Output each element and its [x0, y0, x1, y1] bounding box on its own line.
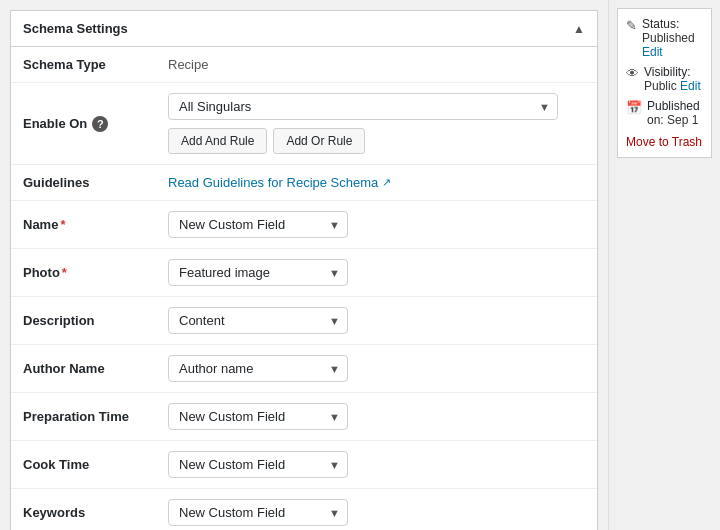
prep-time-select-wrapper: New Custom Field Custom Field Author nam…	[168, 403, 348, 430]
published-on-value: Sep 1	[667, 113, 698, 127]
add-or-rule-button[interactable]: Add Or Rule	[273, 128, 365, 154]
status-edit-link[interactable]: Edit	[642, 45, 663, 59]
help-icon[interactable]: ?	[92, 116, 108, 132]
description-row: Description Content New Custom Field Cus…	[11, 297, 597, 345]
calendar-icon: 📅	[626, 100, 642, 115]
name-select[interactable]: New Custom Field Custom Field Author nam…	[168, 211, 348, 238]
photo-select-wrapper: Featured image New Custom Field Custom F…	[168, 259, 348, 286]
published-on-content: Published on: Sep 1	[647, 99, 703, 127]
schema-table: Schema Type Recipe Enable On ?	[11, 47, 597, 530]
schema-type-row: Schema Type Recipe	[11, 47, 597, 83]
schema-type-label: Schema Type	[11, 47, 156, 83]
main-content: Schema Settings ▲ Schema Type Recipe Ena…	[0, 0, 608, 530]
enable-on-select-row: All Singulars Posts Pages Custom ▼	[168, 93, 585, 120]
cook-time-label: Cook Time	[11, 441, 156, 489]
cook-time-select-wrapper: New Custom Field Custom Field Author nam…	[168, 451, 348, 478]
photo-row: Photo* Featured image New Custom Field C…	[11, 249, 597, 297]
rule-buttons: Add And Rule Add Or Rule	[168, 128, 585, 154]
keywords-label: Keywords	[11, 489, 156, 531]
move-to-trash-link[interactable]: Move to Trash	[626, 135, 703, 149]
status-icon: ✎	[626, 18, 637, 33]
prep-time-row: Preparation Time New Custom Field Custom…	[11, 393, 597, 441]
enable-on-select-wrapper: All Singulars Posts Pages Custom ▼	[168, 93, 558, 120]
status-row: ✎ Status: Published Edit	[626, 17, 703, 59]
status-value: Published	[642, 31, 695, 45]
keywords-select-wrapper: New Custom Field Custom Field Author nam…	[168, 499, 348, 526]
name-select-wrapper: New Custom Field Custom Field Author nam…	[168, 211, 348, 238]
visibility-content: Visibility: Public Edit	[644, 65, 703, 93]
external-link-icon: ↗	[382, 176, 391, 189]
photo-select[interactable]: Featured image New Custom Field Custom F…	[168, 259, 348, 286]
author-name-select-wrapper: Author name New Custom Field Custom Fiel…	[168, 355, 348, 382]
name-label: Name	[23, 217, 58, 232]
keywords-row: Keywords New Custom Field Custom Field A…	[11, 489, 597, 531]
toggle-arrow-icon[interactable]: ▲	[573, 22, 585, 36]
published-on-row: 📅 Published on: Sep 1	[626, 99, 703, 127]
description-select[interactable]: Content New Custom Field Custom Field	[168, 307, 348, 334]
photo-required-star: *	[62, 265, 67, 280]
enable-on-row: Enable On ? All Singulars Posts Pages	[11, 83, 597, 165]
author-name-row: Author Name Author name New Custom Field…	[11, 345, 597, 393]
enable-on-label-group: Enable On ?	[23, 116, 144, 132]
prep-time-select[interactable]: New Custom Field Custom Field Author nam…	[168, 403, 348, 430]
schema-settings-box: Schema Settings ▲ Schema Type Recipe Ena…	[10, 10, 598, 530]
cook-time-select[interactable]: New Custom Field Custom Field Author nam…	[168, 451, 348, 478]
visibility-row: 👁 Visibility: Public Edit	[626, 65, 703, 93]
guidelines-link[interactable]: Read Guidelines for Recipe Schema ↗	[168, 175, 585, 190]
status-content: Status: Published Edit	[642, 17, 703, 59]
keywords-select[interactable]: New Custom Field Custom Field Author nam…	[168, 499, 348, 526]
add-and-rule-button[interactable]: Add And Rule	[168, 128, 267, 154]
visibility-value: Public	[644, 79, 677, 93]
author-name-label: Author Name	[11, 345, 156, 393]
enable-on-select[interactable]: All Singulars Posts Pages Custom	[168, 93, 558, 120]
visibility-icon: 👁	[626, 66, 639, 81]
sidebar-box: ✎ Status: Published Edit 👁 Visibility: P…	[617, 8, 712, 158]
enable-on-content: All Singulars Posts Pages Custom ▼ Add A…	[168, 93, 585, 154]
description-select-wrapper: Content New Custom Field Custom Field ▼	[168, 307, 348, 334]
description-label: Description	[11, 297, 156, 345]
name-row: Name* New Custom Field Custom Field Auth…	[11, 201, 597, 249]
visibility-label: Visibility:	[644, 65, 690, 79]
photo-label: Photo	[23, 265, 60, 280]
guidelines-link-text: Read Guidelines for Recipe Schema	[168, 175, 378, 190]
visibility-edit-link[interactable]: Edit	[680, 79, 701, 93]
guidelines-row: Guidelines Read Guidelines for Recipe Sc…	[11, 165, 597, 201]
schema-box-header: Schema Settings ▲	[11, 11, 597, 47]
sidebar: ✎ Status: Published Edit 👁 Visibility: P…	[608, 0, 720, 530]
guidelines-label: Guidelines	[11, 165, 156, 201]
status-label: Status:	[642, 17, 679, 31]
author-name-select[interactable]: Author name New Custom Field Custom Fiel…	[168, 355, 348, 382]
schema-box-title: Schema Settings	[23, 21, 128, 36]
schema-type-value: Recipe	[156, 47, 597, 83]
cook-time-row: Cook Time New Custom Field Custom Field …	[11, 441, 597, 489]
prep-time-label: Preparation Time	[11, 393, 156, 441]
enable-on-label: Enable On	[23, 116, 87, 131]
name-required-star: *	[60, 217, 65, 232]
